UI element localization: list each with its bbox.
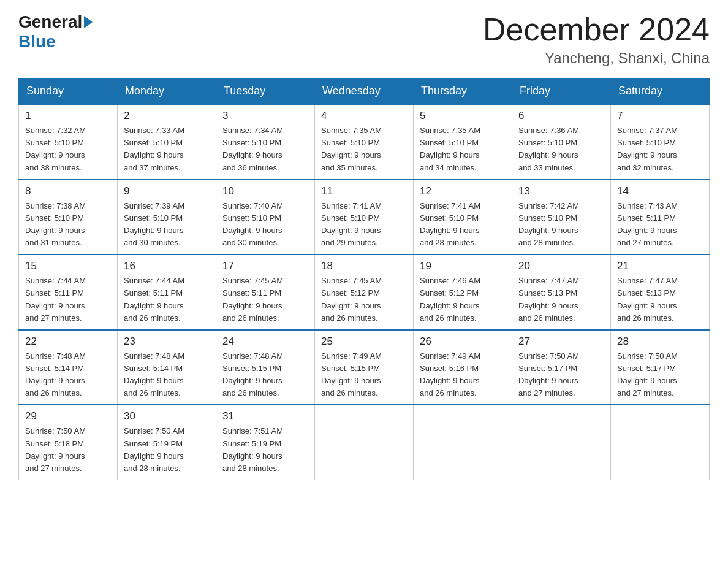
day-info: Sunrise: 7:41 AMSunset: 5:10 PMDaylight:… — [420, 200, 506, 250]
day-number: 6 — [518, 110, 604, 122]
day-info: Sunrise: 7:35 AMSunset: 5:10 PMDaylight:… — [420, 124, 506, 174]
day-info: Sunrise: 7:50 AMSunset: 5:17 PMDaylight:… — [518, 350, 604, 400]
title-block: December 2024 Yancheng, Shanxi, China — [483, 12, 710, 67]
day-number: 13 — [518, 185, 604, 197]
calendar-cell: 26 Sunrise: 7:49 AMSunset: 5:16 PMDaylig… — [414, 330, 512, 405]
calendar-cell: 9 Sunrise: 7:39 AMSunset: 5:10 PMDayligh… — [118, 180, 216, 255]
day-info: Sunrise: 7:39 AMSunset: 5:10 PMDaylight:… — [124, 200, 210, 250]
day-number: 12 — [420, 185, 506, 197]
day-number: 1 — [25, 110, 111, 122]
location-title: Yancheng, Shanxi, China — [483, 50, 710, 67]
calendar-header-friday: Friday — [512, 79, 611, 105]
day-info: Sunrise: 7:36 AMSunset: 5:10 PMDaylight:… — [518, 124, 604, 174]
day-info: Sunrise: 7:32 AMSunset: 5:10 PMDaylight:… — [25, 124, 111, 174]
day-info: Sunrise: 7:38 AMSunset: 5:10 PMDaylight:… — [25, 200, 111, 250]
calendar-cell: 15 Sunrise: 7:44 AMSunset: 5:11 PMDaylig… — [19, 255, 118, 330]
calendar-cell: 16 Sunrise: 7:44 AMSunset: 5:11 PMDaylig… — [118, 255, 216, 330]
calendar-week-row: 8 Sunrise: 7:38 AMSunset: 5:10 PMDayligh… — [19, 180, 710, 255]
calendar-header-sunday: Sunday — [19, 79, 118, 105]
calendar-week-row: 15 Sunrise: 7:44 AMSunset: 5:11 PMDaylig… — [19, 255, 710, 330]
logo-general-text: General — [18, 12, 82, 32]
calendar-cell: 8 Sunrise: 7:38 AMSunset: 5:10 PMDayligh… — [19, 180, 118, 255]
calendar-cell: 24 Sunrise: 7:48 AMSunset: 5:15 PMDaylig… — [216, 330, 315, 405]
day-info: Sunrise: 7:41 AMSunset: 5:10 PMDaylight:… — [321, 200, 407, 250]
day-number: 11 — [321, 185, 407, 197]
calendar-cell — [315, 405, 414, 480]
day-info: Sunrise: 7:43 AMSunset: 5:11 PMDaylight:… — [617, 200, 703, 250]
day-number: 10 — [222, 185, 308, 197]
day-number: 7 — [617, 110, 703, 122]
day-info: Sunrise: 7:45 AMSunset: 5:11 PMDaylight:… — [222, 275, 308, 324]
calendar-header-thursday: Thursday — [414, 79, 512, 105]
day-info: Sunrise: 7:45 AMSunset: 5:12 PMDaylight:… — [321, 275, 407, 324]
calendar-week-row: 29 Sunrise: 7:50 AMSunset: 5:18 PMDaylig… — [19, 405, 710, 480]
day-info: Sunrise: 7:44 AMSunset: 5:11 PMDaylight:… — [124, 275, 210, 324]
calendar-header-tuesday: Tuesday — [216, 79, 315, 105]
calendar-cell: 19 Sunrise: 7:46 AMSunset: 5:12 PMDaylig… — [414, 255, 512, 330]
calendar-cell — [611, 405, 710, 480]
calendar-week-row: 22 Sunrise: 7:48 AMSunset: 5:14 PMDaylig… — [19, 330, 710, 405]
calendar-cell: 5 Sunrise: 7:35 AMSunset: 5:10 PMDayligh… — [414, 104, 512, 180]
calendar-cell: 1 Sunrise: 7:32 AMSunset: 5:10 PMDayligh… — [19, 104, 118, 180]
calendar-cell: 10 Sunrise: 7:40 AMSunset: 5:10 PMDaylig… — [216, 180, 315, 255]
calendar-cell: 3 Sunrise: 7:34 AMSunset: 5:10 PMDayligh… — [216, 104, 315, 180]
calendar-header-saturday: Saturday — [611, 79, 710, 105]
day-info: Sunrise: 7:50 AMSunset: 5:17 PMDaylight:… — [617, 350, 703, 400]
day-info: Sunrise: 7:48 AMSunset: 5:15 PMDaylight:… — [222, 350, 308, 400]
day-info: Sunrise: 7:49 AMSunset: 5:16 PMDaylight:… — [420, 350, 506, 400]
month-title: December 2024 — [483, 12, 710, 47]
day-info: Sunrise: 7:46 AMSunset: 5:12 PMDaylight:… — [420, 275, 506, 324]
day-number: 26 — [420, 335, 506, 348]
day-number: 16 — [124, 260, 210, 272]
day-info: Sunrise: 7:47 AMSunset: 5:13 PMDaylight:… — [617, 275, 703, 324]
calendar-cell: 23 Sunrise: 7:48 AMSunset: 5:14 PMDaylig… — [118, 330, 216, 405]
day-info: Sunrise: 7:40 AMSunset: 5:10 PMDaylight:… — [222, 200, 308, 250]
calendar-cell: 2 Sunrise: 7:33 AMSunset: 5:10 PMDayligh… — [118, 104, 216, 180]
calendar-cell: 31 Sunrise: 7:51 AMSunset: 5:19 PMDaylig… — [216, 405, 315, 480]
day-number: 17 — [222, 260, 308, 272]
day-info: Sunrise: 7:35 AMSunset: 5:10 PMDaylight:… — [321, 124, 407, 174]
day-number: 21 — [617, 260, 703, 272]
day-number: 19 — [420, 260, 506, 272]
calendar-header-row: SundayMondayTuesdayWednesdayThursdayFrid… — [19, 79, 710, 105]
day-number: 23 — [124, 335, 210, 348]
day-number: 9 — [124, 185, 210, 197]
day-number: 30 — [124, 410, 210, 423]
calendar-week-row: 1 Sunrise: 7:32 AMSunset: 5:10 PMDayligh… — [19, 104, 710, 180]
day-number: 5 — [420, 110, 506, 122]
calendar-cell: 18 Sunrise: 7:45 AMSunset: 5:12 PMDaylig… — [315, 255, 414, 330]
day-info: Sunrise: 7:33 AMSunset: 5:10 PMDaylight:… — [124, 124, 210, 174]
calendar-cell: 13 Sunrise: 7:42 AMSunset: 5:10 PMDaylig… — [512, 180, 611, 255]
day-number: 29 — [25, 410, 111, 423]
calendar-cell: 11 Sunrise: 7:41 AMSunset: 5:10 PMDaylig… — [315, 180, 414, 255]
calendar-cell: 14 Sunrise: 7:43 AMSunset: 5:11 PMDaylig… — [611, 180, 710, 255]
calendar-cell — [414, 405, 512, 480]
calendar-cell: 28 Sunrise: 7:50 AMSunset: 5:17 PMDaylig… — [611, 330, 710, 405]
day-number: 20 — [518, 260, 604, 272]
day-number: 14 — [617, 185, 703, 197]
day-info: Sunrise: 7:51 AMSunset: 5:19 PMDaylight:… — [222, 425, 308, 475]
calendar-cell: 29 Sunrise: 7:50 AMSunset: 5:18 PMDaylig… — [19, 405, 118, 480]
day-number: 3 — [222, 110, 308, 122]
day-number: 2 — [124, 110, 210, 122]
day-number: 15 — [25, 260, 111, 272]
day-info: Sunrise: 7:47 AMSunset: 5:13 PMDaylight:… — [518, 275, 604, 324]
calendar-cell — [512, 405, 611, 480]
calendar-cell: 17 Sunrise: 7:45 AMSunset: 5:11 PMDaylig… — [216, 255, 315, 330]
day-info: Sunrise: 7:44 AMSunset: 5:11 PMDaylight:… — [25, 275, 111, 324]
calendar-cell: 21 Sunrise: 7:47 AMSunset: 5:13 PMDaylig… — [611, 255, 710, 330]
calendar-header-wednesday: Wednesday — [315, 79, 414, 105]
day-number: 27 — [518, 335, 604, 348]
calendar-cell: 4 Sunrise: 7:35 AMSunset: 5:10 PMDayligh… — [315, 104, 414, 180]
day-info: Sunrise: 7:50 AMSunset: 5:18 PMDaylight:… — [25, 425, 111, 475]
day-number: 31 — [222, 410, 308, 423]
calendar-header-monday: Monday — [118, 79, 216, 105]
calendar-cell: 30 Sunrise: 7:50 AMSunset: 5:19 PMDaylig… — [118, 405, 216, 480]
day-info: Sunrise: 7:48 AMSunset: 5:14 PMDaylight:… — [124, 350, 210, 400]
calendar-cell: 20 Sunrise: 7:47 AMSunset: 5:13 PMDaylig… — [512, 255, 611, 330]
calendar-cell: 27 Sunrise: 7:50 AMSunset: 5:17 PMDaylig… — [512, 330, 611, 405]
day-info: Sunrise: 7:50 AMSunset: 5:19 PMDaylight:… — [124, 425, 210, 475]
day-number: 24 — [222, 335, 308, 348]
logo: General Blue — [18, 12, 94, 52]
calendar-cell: 7 Sunrise: 7:37 AMSunset: 5:10 PMDayligh… — [611, 104, 710, 180]
